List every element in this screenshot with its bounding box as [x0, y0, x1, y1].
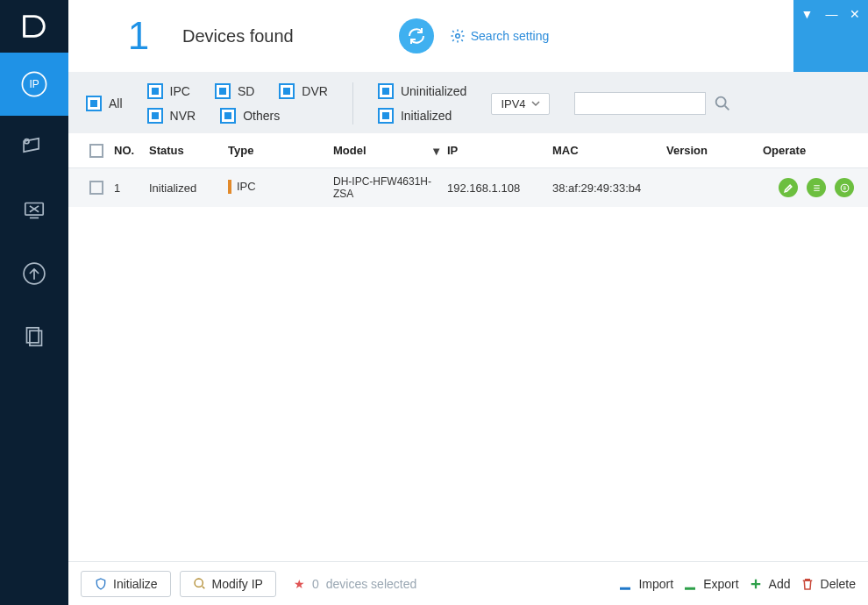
- col-model[interactable]: Model▼: [333, 144, 447, 157]
- selected-count: 0: [312, 577, 319, 591]
- chevron-down-icon: [531, 99, 540, 108]
- refresh-icon: [406, 25, 427, 46]
- left-sidebar: IP: [0, 0, 68, 605]
- table-row[interactable]: 1 Initialized IPC DH-IPC-HFW4631H-ZSA 19…: [68, 168, 868, 207]
- details-button[interactable]: [807, 178, 826, 197]
- nav-device-settings[interactable]: [0, 116, 68, 179]
- filter-uninitialized-label: Uninitialized: [401, 84, 466, 98]
- selection-info: ★ 0 devices selected: [294, 577, 416, 591]
- selected-label: devices selected: [326, 577, 417, 591]
- filter-ipc[interactable]: IPC: [147, 83, 190, 99]
- filter-bar: All IPC SD DVR NVR Others Uninitialized …: [68, 72, 868, 133]
- row-mac: 38:af:29:49:33:b4: [552, 182, 666, 195]
- initialize-button[interactable]: Initialize: [81, 571, 171, 597]
- col-ip[interactable]: IP: [447, 144, 552, 157]
- edit-button[interactable]: [779, 178, 798, 197]
- globe-e-icon: [839, 182, 850, 194]
- sort-caret-icon: ▼: [430, 144, 442, 157]
- filter-nvr[interactable]: NVR: [147, 108, 196, 124]
- window-close-icon[interactable]: ✕: [850, 7, 860, 21]
- svg-point-7: [456, 34, 460, 39]
- col-model-label: Model: [333, 144, 366, 157]
- footer-bar: Initialize Modify IP ★ 0 devices selecte…: [68, 561, 868, 605]
- nav-ip-config[interactable]: IP: [0, 53, 68, 116]
- filter-dvr-label: DVR: [302, 84, 328, 98]
- type-color-bar: [228, 180, 231, 194]
- row-checkbox[interactable]: [89, 181, 103, 195]
- app-logo: [0, 0, 68, 53]
- modify-ip-label: Modify IP: [212, 577, 263, 591]
- export-icon: [682, 576, 698, 592]
- import-icon: [617, 576, 633, 592]
- add-label: Add: [769, 577, 791, 591]
- filter-ipc-label: IPC: [170, 84, 190, 98]
- nav-tools[interactable]: [0, 179, 68, 242]
- row-operate: [763, 178, 857, 197]
- select-all-checkbox[interactable]: [89, 144, 103, 158]
- list-icon: [811, 182, 822, 194]
- nav-documents[interactable]: [0, 305, 68, 368]
- svg-rect-5: [27, 328, 39, 343]
- svg-rect-6: [30, 331, 42, 345]
- plus-icon: [748, 576, 764, 592]
- col-mac[interactable]: MAC: [552, 144, 666, 157]
- filter-others-label: Others: [243, 109, 280, 123]
- row-status: Initialized: [149, 182, 228, 195]
- filter-uninitialized[interactable]: Uninitialized: [378, 83, 466, 99]
- add-button[interactable]: Add: [748, 576, 791, 592]
- refresh-button[interactable]: [399, 18, 434, 53]
- table-body: 1 Initialized IPC DH-IPC-HFW4631H-ZSA 19…: [68, 168, 868, 561]
- filter-separator: [352, 82, 353, 125]
- filter-initialized[interactable]: Initialized: [378, 108, 466, 124]
- export-button[interactable]: Export: [682, 576, 738, 592]
- window-minimize-icon[interactable]: —: [825, 7, 837, 21]
- row-model: DH-IPC-HFW4631H-ZSA: [333, 175, 447, 201]
- col-type[interactable]: Type: [228, 144, 333, 157]
- svg-text:IP: IP: [29, 78, 39, 90]
- col-version[interactable]: Version: [666, 144, 763, 157]
- pencil-icon: [783, 182, 794, 194]
- row-type-label: IPC: [237, 180, 256, 193]
- gear-icon: [450, 28, 466, 44]
- filter-others[interactable]: Others: [220, 108, 280, 124]
- ip-version-select[interactable]: IPV4: [491, 93, 549, 115]
- filter-initialized-label: Initialized: [401, 109, 452, 123]
- search-setting-label: Search setting: [471, 29, 550, 43]
- filter-all[interactable]: All: [86, 96, 123, 111]
- import-button[interactable]: Import: [617, 576, 673, 592]
- search-setting-link[interactable]: Search setting: [450, 28, 550, 44]
- devices-count: 1: [103, 14, 174, 58]
- trash-icon: [800, 576, 815, 592]
- devices-found-label: Devices found: [182, 26, 294, 46]
- web-button[interactable]: [835, 178, 854, 197]
- header-bar: 1 Devices found Search setting: [68, 0, 868, 72]
- delete-label: Delete: [821, 577, 856, 591]
- row-type: IPC: [228, 180, 256, 194]
- search-icon[interactable]: [713, 94, 732, 113]
- col-operate: Operate: [763, 144, 857, 157]
- filter-sd[interactable]: SD: [215, 83, 254, 99]
- shield-icon: [94, 577, 108, 591]
- filter-sd-label: SD: [238, 84, 254, 98]
- svg-point-8: [715, 97, 725, 107]
- main-panel: ▼ — ✕ 1 Devices found Search setting All…: [68, 0, 868, 605]
- window-controls: ▼ — ✕: [793, 0, 868, 72]
- export-label: Export: [703, 577, 738, 591]
- search-input[interactable]: [574, 92, 706, 115]
- ip-pencil-icon: [193, 577, 207, 591]
- nav-upgrade[interactable]: [0, 242, 68, 305]
- required-star-icon: ★: [294, 577, 305, 591]
- import-label: Import: [638, 577, 673, 591]
- ip-version-value: IPV4: [501, 97, 525, 110]
- table-header: NO. Status Type Model▼ IP MAC Version Op…: [68, 133, 868, 168]
- filter-dvr[interactable]: DVR: [279, 83, 328, 99]
- col-status[interactable]: Status: [149, 144, 228, 157]
- row-no: 1: [114, 182, 149, 195]
- col-no[interactable]: NO.: [114, 144, 149, 157]
- search-box: [574, 92, 732, 115]
- modify-ip-button[interactable]: Modify IP: [180, 571, 276, 597]
- delete-button[interactable]: Delete: [800, 576, 856, 592]
- window-collapse-icon[interactable]: ▼: [801, 7, 814, 21]
- svg-point-10: [195, 579, 203, 587]
- filter-all-label: All: [109, 96, 123, 110]
